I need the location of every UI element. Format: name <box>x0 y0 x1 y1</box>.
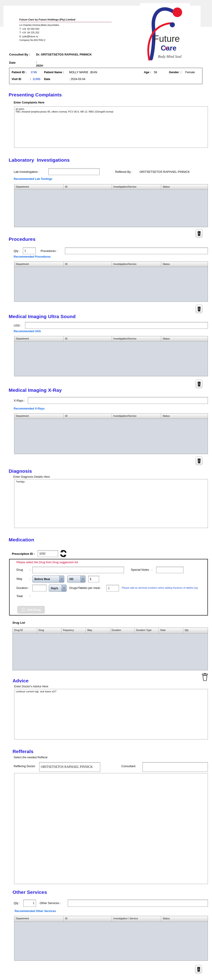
referrals-title: Refferals <box>13 749 34 754</box>
lab-investigation-input[interactable] <box>48 168 100 175</box>
diagnosis-textarea[interactable]: ?vertigo <box>14 479 208 528</box>
frequency-select[interactable]: OD ▼ <box>67 576 85 582</box>
complaints-textarea[interactable]: pt seen, FBC showed lymphocytosis 49, ot… <box>14 107 208 148</box>
svg-text:Body Mind Soul: Body Mind Soul <box>158 54 181 59</box>
age-label: Age : <box>144 71 151 74</box>
procedures-qty-label: Qty : <box>14 249 20 253</box>
recommended-lab-label: Recommended Lab Testings <box>14 177 52 181</box>
lab-col-status: Status <box>161 185 208 189</box>
referring-doctor-input[interactable] <box>39 762 100 772</box>
xrays-input[interactable] <box>28 397 208 404</box>
way-colon: : <box>30 577 31 581</box>
other-qty-input[interactable] <box>23 899 36 907</box>
svg-text:↻: ↻ <box>198 460 200 462</box>
other-table-body <box>14 922 208 961</box>
xray-col-department: Department <box>14 414 64 418</box>
laboratory-title: Laboratory Investigations <box>9 158 70 163</box>
duration-unit-value: Day/s <box>49 585 61 592</box>
svg-text:↻: ↻ <box>198 383 200 385</box>
visit-id-value: 11393 <box>32 78 40 81</box>
add-drug-button[interactable]: + Add Drug <box>17 606 45 614</box>
svg-text:Future: Future <box>153 33 180 44</box>
prescription-id-input[interactable] <box>38 550 58 557</box>
xray-col-id: ID <box>64 414 112 418</box>
plus-circle-icon: + <box>21 608 26 612</box>
uss-input[interactable] <box>25 322 208 329</box>
uss-trash-button[interactable]: ↻ <box>196 380 202 388</box>
drug-col-duration-type: Duration Type <box>135 628 159 633</box>
visit-id-colon: : <box>30 78 31 81</box>
consulted-by-value: Dr. ORITSETSETOS RAPHAEL PINNICK <box>36 53 92 56</box>
meal-select[interactable]: Before Meal ▼ <box>32 576 64 582</box>
patient-id-label: Patient ID : <box>11 71 26 74</box>
trash-icon: ↻ <box>197 458 201 464</box>
referring-doctor-label: Reffering Doctor <box>14 764 35 768</box>
proc-col-service: Investigation/Service <box>112 262 161 267</box>
lab-col-department: Department <box>14 185 64 189</box>
advice-trash-button[interactable] <box>201 673 208 681</box>
procedures-qty-input[interactable] <box>23 247 36 254</box>
prescription-refresh-button[interactable] <box>60 550 67 557</box>
presenting-complaints-title: Presenting Complaints <box>9 92 62 97</box>
company-address: Le Chainter,Victoria,Mahe,Seychelles T: … <box>19 23 120 42</box>
patient-name-label: Patient Name : <box>44 71 64 74</box>
meal-select-value: Before Meal <box>32 576 59 582</box>
consultant-input[interactable] <box>143 762 208 772</box>
consult-date-row: Date : 2024-03-04 <box>9 60 16 65</box>
proc-col-department: Department <box>14 262 64 267</box>
company-info: Future Care by Future Holdings (Pty) Lim… <box>19 17 120 42</box>
lab-trash-button[interactable]: ↻ <box>196 229 202 238</box>
per-meal-input[interactable] <box>106 585 119 592</box>
special-notes-input[interactable] <box>156 566 183 573</box>
other-services-input[interactable] <box>68 899 208 907</box>
visit-date-label: Date <box>44 78 50 81</box>
total-colon: : <box>30 594 31 598</box>
xrays-label: X-Rays : <box>14 399 25 402</box>
duration-unit-select[interactable]: Day/s ▼ <box>49 585 67 592</box>
procedures-table-header: Department ID Investigation/Service Stat… <box>14 262 208 267</box>
patient-id-value: 1745 <box>31 71 37 74</box>
advice-title: Advice <box>13 678 29 684</box>
procedures-title: Procedures <box>9 237 35 242</box>
consultant-label: Consultant <box>121 764 135 768</box>
ultrasound-title: Medical Imaging Ultra Sound <box>9 314 75 319</box>
other-table-header: Department ID Investigation / Service St… <box>14 916 208 922</box>
diagnosis-title: Diagnosis <box>9 468 32 474</box>
visit-date-value: : 2024-03-04 <box>69 78 85 81</box>
other-col-id: ID <box>64 916 112 921</box>
way-label: Way <box>16 577 22 581</box>
medication-entry-box: Please select the Drug from Drug suggess… <box>9 559 208 616</box>
recommended-other-label: Recommended Other Services <box>14 910 56 913</box>
lab-col-service: Investigation/Service <box>112 185 161 189</box>
other-services-title: Other Services <box>13 889 47 895</box>
uss-col-department: Department <box>14 336 64 341</box>
chevron-down-icon: ▼ <box>59 576 64 582</box>
drug-col-id: Drug ID <box>13 628 37 633</box>
referral-list-box[interactable] <box>14 773 208 884</box>
drug-list-header: Drug ID Drug Fequency Way Duration Durat… <box>13 628 208 633</box>
xray-trash-button[interactable]: ↻ <box>196 457 202 465</box>
svg-text:Care: Care <box>161 44 177 52</box>
trash-outline-icon <box>201 673 208 681</box>
svg-text:↻: ↻ <box>198 308 200 310</box>
chevron-down-icon: ▼ <box>80 576 85 582</box>
drug-col-duration: Duration <box>110 628 135 633</box>
referrals-sub-label: Select the needed Refferal <box>14 756 47 759</box>
diagnosis-sub-label: Enter Diagnosis Details Here <box>13 475 50 479</box>
other-col-status: Status <box>161 916 208 921</box>
drug-list-body <box>13 633 208 670</box>
xray-col-status: Status <box>161 414 208 418</box>
drug-col-way: Way <box>86 628 110 633</box>
procedures-label: Procedures : <box>40 249 58 253</box>
gender-value: Female <box>185 71 195 74</box>
frequency-qty-input[interactable] <box>88 576 99 582</box>
advice-textarea[interactable]: continue current mgt. sick leave x2/7 <box>14 689 208 740</box>
medication-title: Medication <box>9 537 34 542</box>
duration-input[interactable] <box>32 585 47 592</box>
lab-table-body <box>14 189 208 227</box>
consulted-by-row: Consulted By : Dr. ORITSETSETOS RAPHAEL … <box>9 53 92 56</box>
other-services-trash-button[interactable]: ↻ <box>195 965 202 974</box>
drug-input[interactable] <box>32 566 124 573</box>
procedures-input[interactable] <box>65 247 208 254</box>
procedures-trash-button[interactable]: ↻ <box>196 305 202 313</box>
